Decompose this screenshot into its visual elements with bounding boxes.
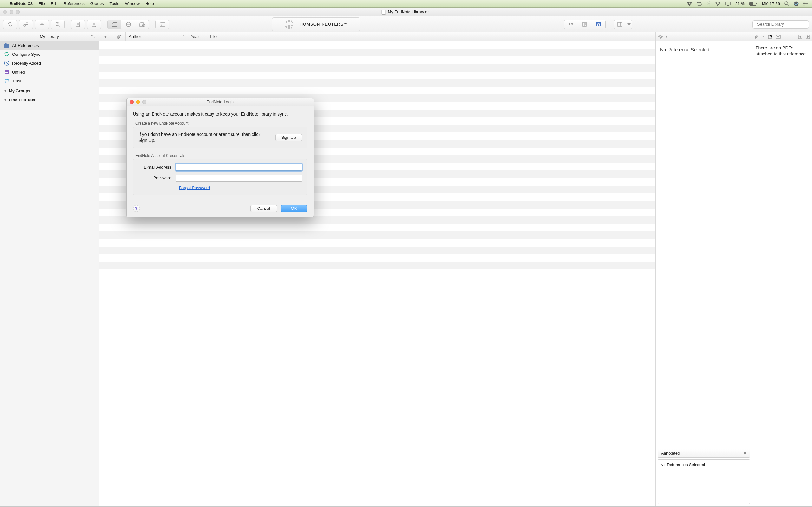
col-title[interactable]: Title bbox=[206, 32, 655, 41]
search-library[interactable] bbox=[752, 20, 809, 29]
dropbox-icon[interactable] bbox=[687, 2, 692, 6]
layout-button[interactable] bbox=[614, 20, 626, 29]
local-library-mode-button[interactable] bbox=[107, 20, 121, 29]
menubar-clock[interactable]: Mié 17:26 bbox=[762, 1, 780, 6]
format-bibliography-button[interactable] bbox=[577, 20, 592, 29]
create-account-section-label: Create a new EndNote Account bbox=[136, 121, 307, 125]
annotated-dropdown[interactable]: Annotated ▲▼ bbox=[658, 449, 750, 458]
table-row[interactable] bbox=[99, 56, 655, 64]
sidebar-item-all-references[interactable]: All References bbox=[0, 41, 99, 50]
menu-help[interactable]: Help bbox=[145, 1, 154, 6]
gear-icon[interactable] bbox=[658, 34, 663, 39]
sidebar-item-label: All References bbox=[12, 43, 39, 48]
dialog-lead-text: Using an EndNote account makes it easy t… bbox=[133, 112, 307, 117]
logo-text: THOMSON REUTERS™ bbox=[297, 22, 348, 26]
table-row[interactable] bbox=[99, 224, 655, 231]
ok-button[interactable]: OK bbox=[281, 205, 307, 212]
table-row[interactable] bbox=[99, 72, 655, 79]
trash-icon bbox=[4, 78, 9, 83]
forgot-password-link[interactable]: Forgot Password bbox=[179, 185, 210, 190]
dialog-minimize-icon[interactable] bbox=[136, 100, 140, 104]
sidebar-item-unfiled[interactable]: Unfiled bbox=[0, 67, 99, 76]
sidebar-item-recently-added[interactable]: Recently Added bbox=[0, 59, 99, 67]
notification-center-icon[interactable] bbox=[803, 2, 808, 6]
annotated-label: Annotated bbox=[661, 451, 680, 456]
email-label: E-mail Address: bbox=[138, 165, 176, 170]
menu-groups[interactable]: Groups bbox=[90, 1, 104, 6]
window-traffic-lights[interactable] bbox=[0, 10, 20, 14]
window-close-icon[interactable] bbox=[3, 10, 7, 14]
group-label: Find Full Text bbox=[9, 98, 36, 102]
app-name[interactable]: EndNote X8 bbox=[9, 1, 33, 6]
col-year[interactable]: Year bbox=[188, 32, 206, 41]
insert-citation-button[interactable] bbox=[564, 20, 577, 29]
sidebar-item-configure-sync[interactable]: Configure Sync... bbox=[0, 50, 99, 59]
col-author[interactable]: Author˄ bbox=[125, 32, 188, 41]
share-button[interactable]: + bbox=[19, 20, 33, 29]
export-button[interactable] bbox=[87, 20, 101, 29]
sidebar-item-trash[interactable]: Trash bbox=[0, 76, 99, 85]
menu-window[interactable]: Window bbox=[125, 1, 140, 6]
window-minimize-icon[interactable] bbox=[9, 10, 13, 14]
email-field[interactable] bbox=[176, 164, 302, 171]
table-row[interactable] bbox=[99, 64, 655, 72]
layout-menu-button[interactable] bbox=[626, 20, 632, 29]
col-read-status[interactable]: ● bbox=[99, 32, 112, 41]
integrated-mode-button[interactable] bbox=[135, 20, 149, 29]
dialog-titlebar: EndNote Login bbox=[126, 98, 314, 106]
table-row[interactable] bbox=[99, 79, 655, 87]
signup-box: If you don't have an EndNote account or … bbox=[133, 127, 307, 148]
menu-edit[interactable]: Edit bbox=[51, 1, 58, 6]
table-row[interactable] bbox=[99, 262, 655, 269]
capture-button[interactable] bbox=[35, 20, 49, 29]
cancel-button[interactable]: Cancel bbox=[250, 205, 277, 212]
spotlight-icon[interactable] bbox=[784, 1, 789, 6]
table-row[interactable] bbox=[99, 239, 655, 246]
sync-button[interactable] bbox=[3, 20, 17, 29]
menu-references[interactable]: References bbox=[63, 1, 84, 6]
password-field[interactable] bbox=[176, 175, 302, 181]
signup-button[interactable]: Sign Up bbox=[275, 134, 302, 141]
online-search-button[interactable] bbox=[51, 20, 65, 29]
sidebar-group-find-full-text[interactable]: ▼ Find Full Text bbox=[0, 95, 99, 104]
svg-point-17 bbox=[41, 24, 43, 25]
svg-rect-28 bbox=[618, 22, 622, 26]
mail-icon[interactable] bbox=[775, 35, 780, 39]
notes-area[interactable]: No References Selected bbox=[658, 459, 750, 504]
menu-file[interactable]: File bbox=[38, 1, 45, 6]
pdf-next-icon[interactable] bbox=[806, 35, 810, 39]
sidebar-header[interactable]: My Library ⌃⌄ bbox=[0, 32, 99, 41]
chevron-down-icon[interactable]: ▼ bbox=[665, 35, 668, 38]
wifi-icon[interactable] bbox=[715, 2, 721, 6]
table-row[interactable] bbox=[99, 49, 655, 56]
table-row[interactable] bbox=[99, 231, 655, 239]
disclosure-triangle-icon: ▼ bbox=[4, 98, 7, 102]
online-mode-button[interactable] bbox=[121, 20, 135, 29]
mac-menubar: EndNote X8 File Edit References Groups T… bbox=[0, 0, 812, 8]
table-row[interactable] bbox=[99, 87, 655, 95]
open-pdf-icon[interactable] bbox=[768, 35, 772, 39]
svg-rect-3 bbox=[750, 2, 753, 5]
table-row[interactable] bbox=[99, 41, 655, 49]
siri-icon[interactable] bbox=[794, 1, 799, 6]
bluetooth-icon[interactable] bbox=[707, 1, 711, 6]
help-button[interactable]: ? bbox=[133, 205, 140, 212]
cwyw-word-button[interactable]: W bbox=[592, 20, 606, 29]
col-attachment[interactable] bbox=[112, 32, 125, 41]
pdf-prev-icon[interactable] bbox=[798, 35, 803, 39]
logo-swirl-icon bbox=[284, 20, 294, 29]
battery-icon[interactable] bbox=[749, 2, 757, 6]
airplay-icon[interactable] bbox=[725, 2, 731, 6]
open-folder-button[interactable] bbox=[155, 20, 169, 29]
search-input[interactable] bbox=[757, 22, 810, 26]
window-zoom-icon[interactable] bbox=[16, 10, 20, 14]
new-reference-button[interactable] bbox=[71, 20, 85, 29]
dialog-close-icon[interactable] bbox=[130, 100, 134, 104]
table-row[interactable] bbox=[99, 246, 655, 254]
chevron-down-icon[interactable]: ▼ bbox=[762, 35, 765, 38]
cc-cloud-icon[interactable] bbox=[697, 2, 703, 6]
paperclip-icon[interactable] bbox=[754, 35, 758, 39]
sidebar-group-my-groups[interactable]: ▼ My Groups bbox=[0, 85, 99, 95]
menu-tools[interactable]: Tools bbox=[109, 1, 119, 6]
table-row[interactable] bbox=[99, 254, 655, 262]
